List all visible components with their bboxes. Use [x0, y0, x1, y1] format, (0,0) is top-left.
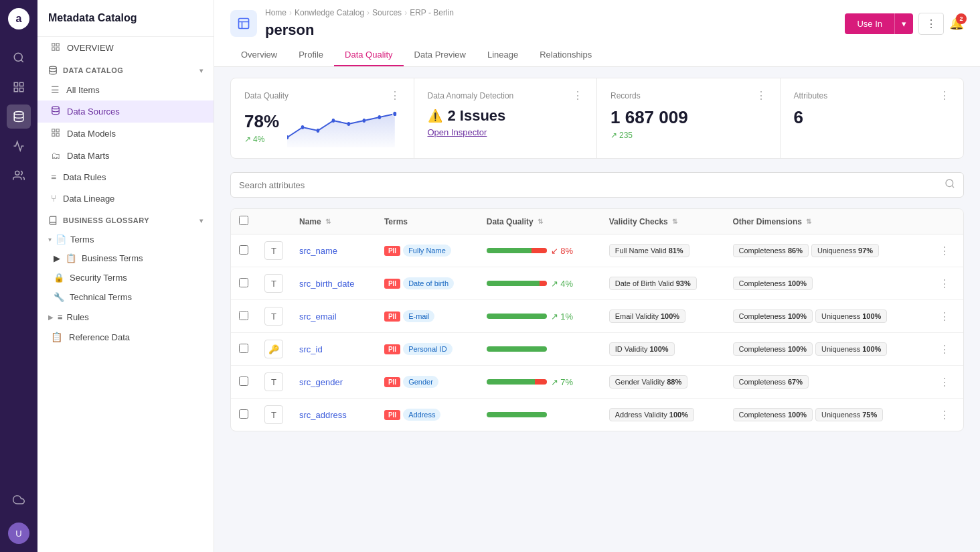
- breadcrumb-knowledge-catalog[interactable]: Konwledge Catalog: [295, 8, 364, 17]
- sidebar-item-all-items[interactable]: ☰ All Items: [37, 79, 214, 100]
- term-badge[interactable]: Date of birth: [403, 277, 454, 289]
- field-name[interactable]: src_id: [299, 344, 323, 354]
- sidebar-section-business-glossary[interactable]: BUSINESS GLOSSARY ▾: [37, 209, 214, 229]
- cloud-rail-icon[interactable]: [7, 488, 31, 512]
- other-dims-sort-icon: ⇅: [806, 218, 811, 225]
- sidebar-item-technical-terms[interactable]: 🔧 Technical Terms: [37, 287, 214, 307]
- th-validity[interactable]: Validity Checks ⇅: [601, 209, 725, 234]
- security-terms-icon: 🔒: [54, 273, 64, 283]
- sidebar-item-business-terms[interactable]: ▶ 📋 Business Terms: [37, 249, 214, 268]
- tab-overview[interactable]: Overview: [230, 44, 288, 66]
- dq-card-menu[interactable]: ⋮: [390, 89, 400, 102]
- dim-pct: 86%: [788, 247, 803, 255]
- search-rail-icon[interactable]: [7, 46, 31, 70]
- notification-button[interactable]: 🔔 2: [949, 16, 964, 31]
- svg-point-26: [378, 115, 382, 119]
- open-inspector-link[interactable]: Open Inspector: [428, 127, 487, 137]
- row-more-button[interactable]: ⋮: [939, 343, 950, 356]
- term-badge[interactable]: Gender: [403, 376, 438, 388]
- row-checkbox-3[interactable]: [239, 344, 248, 353]
- sidebar-item-security-terms[interactable]: 🔒 Security Terms: [37, 268, 214, 287]
- people-rail-icon[interactable]: [7, 163, 31, 188]
- row-checkbox-2[interactable]: [239, 311, 248, 320]
- data-models-icon: [51, 128, 60, 139]
- term-badge[interactable]: Personal ID: [403, 343, 452, 355]
- sidebar-item-reference-data[interactable]: 📋 Reference Data: [37, 326, 214, 348]
- validity-pct: 88%: [667, 378, 681, 386]
- row-checkbox-0[interactable]: [239, 245, 248, 255]
- sidebar-item-overview[interactable]: OVERVIEW: [37, 37, 214, 59]
- header-checkbox[interactable]: [239, 216, 248, 225]
- field-name[interactable]: src_name: [299, 246, 337, 256]
- sidebar-terms-group[interactable]: ▾ 📄 Terms: [37, 229, 214, 249]
- th-quality[interactable]: Data Quality ⇅: [479, 209, 601, 234]
- sidebar-item-data-models[interactable]: Data Models: [37, 123, 214, 145]
- tab-data-preview[interactable]: Data Preview: [404, 44, 477, 66]
- table-row: Tsrc_genderPIIGender ↗ 7% Gender Validit…: [231, 366, 963, 399]
- row-checkbox-5[interactable]: [239, 409, 248, 419]
- sidebar-item-data-lineage[interactable]: ⑂ Data Lineage: [37, 188, 214, 209]
- data-catalog-items: ☰ All Items Data Sources Data Models 🗂 D…: [37, 79, 214, 209]
- data-catalog-label: DATA CATALOG: [63, 66, 123, 74]
- attributes-card-menu[interactable]: ⋮: [939, 89, 950, 102]
- search-button[interactable]: [945, 178, 955, 192]
- svg-point-6: [14, 112, 23, 115]
- sidebar-section-data-catalog[interactable]: DATA CATALOG ▾: [37, 59, 214, 79]
- analytics-rail-icon[interactable]: [7, 134, 31, 158]
- field-name[interactable]: src_email: [299, 312, 337, 322]
- pii-badge: PII: [384, 246, 400, 256]
- term-badge[interactable]: Fully Name: [403, 245, 451, 257]
- attributes-card-title: Attributes: [794, 91, 828, 100]
- row-more-button[interactable]: ⋮: [939, 376, 950, 389]
- attributes-table: Name ⇅ Terms Data Quality ⇅: [230, 208, 964, 431]
- term-badge[interactable]: E-mail: [403, 310, 434, 322]
- sidebar-item-data-marts[interactable]: 🗂 Data Marts: [37, 145, 214, 166]
- svg-rect-10: [52, 48, 55, 50]
- tab-profile[interactable]: Profile: [288, 44, 334, 66]
- bar-container: [487, 281, 547, 286]
- sidebar-rules-group[interactable]: ▶ ≡ Rules: [37, 307, 214, 326]
- th-other-dims[interactable]: Other Dimensions ⇅: [725, 209, 932, 234]
- search-input[interactable]: [239, 180, 939, 190]
- row-more-button[interactable]: ⋮: [939, 277, 950, 290]
- dim-pct: 100%: [862, 312, 881, 320]
- data-lineage-icon: ⑂: [51, 193, 56, 204]
- term-badge[interactable]: Address: [403, 409, 440, 421]
- use-in-dropdown-button[interactable]: ▾: [894, 13, 913, 34]
- use-in-button[interactable]: Use In: [845, 13, 894, 34]
- row-more-button[interactable]: ⋮: [939, 310, 950, 323]
- breadcrumb-erp-berlin[interactable]: ERP - Berlin: [410, 8, 454, 17]
- anomaly-card-menu[interactable]: ⋮: [572, 89, 583, 102]
- svg-rect-3: [20, 82, 23, 86]
- field-name[interactable]: src_birth_date: [299, 279, 354, 289]
- dim-badge: Uniqueness 100%: [815, 309, 887, 323]
- user-avatar[interactable]: U: [8, 523, 29, 544]
- svg-point-13: [52, 107, 60, 109]
- row-checkbox-1[interactable]: [239, 278, 248, 287]
- tab-relationships[interactable]: Relationships: [529, 44, 602, 66]
- technical-terms-icon: 🔧: [54, 292, 64, 302]
- brand-logo: a: [8, 8, 29, 29]
- row-more-button[interactable]: ⋮: [939, 409, 950, 421]
- field-name[interactable]: src_gender: [299, 377, 343, 387]
- row-more-button[interactable]: ⋮: [939, 245, 950, 257]
- tab-lineage[interactable]: Lineage: [477, 44, 529, 66]
- more-options-button[interactable]: ⋮: [918, 13, 944, 35]
- table-row: Tsrc_emailPIIE-mail ↗ 1% Email Validity …: [231, 300, 963, 333]
- sidebar-item-data-rules[interactable]: ≡ Data Rules: [37, 166, 214, 188]
- tab-data-quality[interactable]: Data Quality: [334, 44, 404, 66]
- home-rail-icon[interactable]: [7, 75, 31, 99]
- row-checkbox-4[interactable]: [239, 376, 248, 386]
- catalog-rail-icon[interactable]: [7, 105, 31, 129]
- svg-rect-8: [52, 44, 55, 46]
- breadcrumb-sources[interactable]: Sources: [372, 8, 402, 17]
- th-name[interactable]: Name ⇅: [291, 209, 376, 234]
- svg-point-12: [50, 66, 57, 69]
- dim-badge: Completeness 100%: [733, 309, 813, 323]
- field-name[interactable]: src_address: [299, 410, 347, 420]
- records-delta-value: 235: [619, 131, 633, 140]
- page-title: person: [265, 21, 454, 39]
- sidebar-item-data-sources[interactable]: Data Sources: [37, 100, 214, 123]
- breadcrumb-home[interactable]: Home: [265, 8, 287, 17]
- records-card-menu[interactable]: ⋮: [756, 89, 766, 102]
